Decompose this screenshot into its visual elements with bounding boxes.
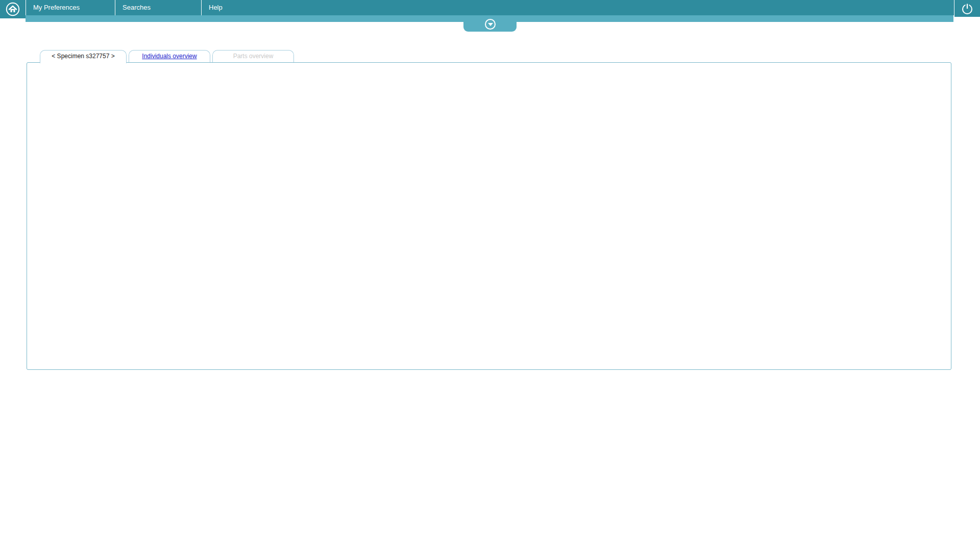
power-icon bbox=[961, 2, 974, 15]
nav-menu: My Preferences Searches Help bbox=[26, 0, 287, 15]
nav-item-my-preferences[interactable]: My Preferences bbox=[26, 0, 115, 15]
logout-button[interactable] bbox=[954, 0, 980, 17]
home-icon bbox=[6, 2, 20, 16]
nav-item-help[interactable]: Help bbox=[201, 0, 287, 15]
content-wrapper bbox=[27, 62, 951, 370]
tab-parts-overview: Parts overview bbox=[212, 50, 294, 62]
specimen-detail-page: My Preferences Searches Help < Specimen … bbox=[0, 0, 980, 551]
tab-specimen[interactable]: < Specimen s327757 > bbox=[40, 50, 127, 63]
nav-item-searches[interactable]: Searches bbox=[115, 0, 201, 15]
tab-individuals-overview[interactable]: Individuals overview bbox=[129, 50, 210, 62]
chevron-down-icon[interactable] bbox=[485, 19, 496, 30]
home-button[interactable] bbox=[0, 0, 26, 18]
tab-individuals-overview-label: Individuals overview bbox=[142, 53, 197, 60]
